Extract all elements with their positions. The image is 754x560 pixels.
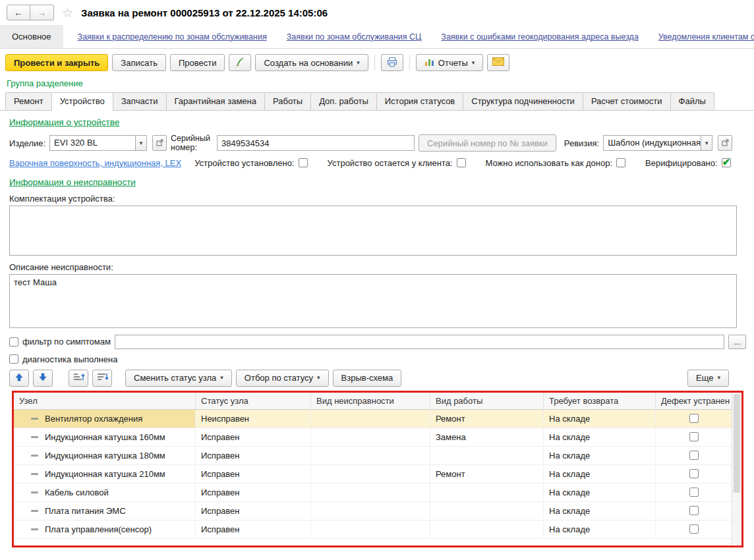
- column-header-node-status[interactable]: Статус узла: [196, 393, 311, 409]
- donor-checkbox[interactable]: [616, 158, 625, 167]
- symptom-filter-label: фильтр по симптомам: [22, 337, 111, 347]
- stays-with-client-check-group: Устройство остается у клиента:: [328, 158, 466, 168]
- scrollbar-thumb[interactable]: [734, 394, 740, 493]
- tab-status-history[interactable]: История статусов: [376, 92, 464, 110]
- node-cell: Вентилятор охлаждения: [14, 410, 196, 428]
- product-combobox[interactable]: EVI 320 BL ▾: [49, 135, 147, 151]
- return-cell: На складе: [544, 502, 656, 520]
- revision-combobox[interactable]: Шаблон (индукционная ▾: [603, 135, 712, 151]
- serial-by-request-button[interactable]: Серийный номер по № заявки: [419, 134, 556, 152]
- status-cell: Исправен: [196, 447, 311, 464]
- device-info-heading[interactable]: Информация о устройстве: [9, 117, 119, 127]
- table-row[interactable]: Индукционная катушка 180мм Исправен На с…: [14, 447, 732, 465]
- nav-link-service-zones[interactable]: Заявки по зонам обслуживания СЦ: [287, 32, 422, 42]
- tab-warranty-replacement[interactable]: Гарантийная замена: [166, 92, 265, 110]
- sort-descending-icon: [97, 372, 108, 383]
- diagnostics-checkbox[interactable]: [9, 354, 18, 364]
- table-row[interactable]: Индукционная катушка 160мм Исправен Заме…: [14, 428, 732, 447]
- device-flags-row: Варочная поверхность, индукционная, LEX …: [9, 158, 746, 168]
- column-header-return-required[interactable]: Требует возврата: [544, 393, 656, 409]
- check-fill-button[interactable]: [229, 54, 251, 71]
- table-row[interactable]: Кабель силовой Исправен На складе: [14, 484, 732, 502]
- sort-ascending-button[interactable]: [69, 370, 88, 387]
- back-button[interactable]: ←: [7, 5, 30, 20]
- status-cell: Исправен: [196, 520, 311, 538]
- device-fields-row: Изделие: EVI 320 BL ▾ Серийный номер: Се…: [9, 134, 746, 153]
- return-cell: На складе: [544, 520, 656, 538]
- mail-button[interactable]: [487, 54, 509, 71]
- reports-button[interactable]: Отчеты ▾: [416, 54, 483, 71]
- defect-fixed-checkbox[interactable]: [689, 451, 699, 460]
- table-row[interactable]: Вентилятор охлаждения Неисправен Ремонт …: [14, 410, 732, 428]
- defect-fixed-checkbox[interactable]: [689, 524, 699, 534]
- nav-item-main[interactable]: Основное: [0, 25, 63, 48]
- installed-checkbox[interactable]: [299, 158, 308, 167]
- tab-additional-works[interactable]: Доп. работы: [310, 92, 377, 110]
- nav-link-client-notifications[interactable]: Уведомления клиентам о и: [658, 32, 754, 42]
- device-type-link[interactable]: Варочная поверхность, индукционная, LEX: [9, 158, 181, 168]
- defect-fixed-checkbox[interactable]: [689, 488, 699, 497]
- product-label: Изделие:: [9, 138, 45, 148]
- defect-fixed-checkbox[interactable]: [689, 432, 699, 441]
- serial-input[interactable]: [217, 135, 415, 151]
- chevron-down-icon[interactable]: ▾: [701, 135, 712, 151]
- group-separation-link[interactable]: Группа разделение: [0, 76, 90, 91]
- post-button[interactable]: Провести: [170, 54, 225, 71]
- change-node-status-button[interactable]: Сменить статус узла ▾: [125, 370, 232, 387]
- arrow-up-icon: [15, 373, 23, 383]
- more-button[interactable]: Еще ▾: [687, 370, 729, 387]
- save-button[interactable]: Записать: [112, 54, 166, 71]
- explosion-diagram-button[interactable]: Взрыв-схема: [333, 370, 402, 387]
- product-open-button[interactable]: [152, 135, 167, 151]
- tab-device[interactable]: Устройство: [51, 92, 113, 111]
- fault-info-heading[interactable]: Информация о неисправности: [9, 177, 136, 187]
- return-cell: На складе: [544, 410, 656, 428]
- fault-description-textarea[interactable]: тест Маша: [9, 274, 737, 328]
- table-row[interactable]: Индукционная катушка 210мм Исправен Ремо…: [14, 465, 732, 484]
- column-header-node[interactable]: Узел: [14, 393, 196, 409]
- column-header-defect-fixed[interactable]: Дефект устранен: [656, 393, 732, 409]
- favorite-star-icon[interactable]: ☆: [62, 7, 73, 19]
- tab-files[interactable]: Файлы: [670, 92, 714, 110]
- tab-subordination-structure[interactable]: Структура подчиненности: [463, 92, 583, 110]
- nodes-table-header: Узел Статус узла Вид неисправности Вид р…: [14, 393, 732, 410]
- defect-fixed-checkbox[interactable]: [689, 414, 699, 423]
- level-dash-icon: [31, 436, 38, 438]
- tab-repair[interactable]: Ремонт: [5, 92, 52, 110]
- create-based-on-button[interactable]: Создать на основании ▾: [255, 54, 368, 71]
- chevron-down-icon[interactable]: ▾: [135, 135, 147, 151]
- stays-with-client-checkbox[interactable]: [457, 158, 466, 167]
- sort-descending-button[interactable]: [92, 370, 112, 387]
- move-up-button[interactable]: [9, 370, 29, 387]
- history-nav: ← →: [7, 5, 54, 20]
- table-row[interactable]: Плата питания ЭМС Исправен На складе: [14, 502, 732, 520]
- revision-open-button[interactable]: [718, 135, 732, 151]
- table-row[interactable]: Плата управления(сенсор) Исправен На скл…: [14, 520, 732, 539]
- nav-link-geocoding-errors[interactable]: Заявки с ошибками геокодирования адреса …: [441, 32, 639, 42]
- bar-chart-icon: [424, 57, 434, 69]
- symptom-filter-ellipsis-button[interactable]: ...: [728, 335, 746, 349]
- verified-checkbox[interactable]: [722, 158, 731, 167]
- equipment-label: Комплектация устройства:: [9, 194, 746, 204]
- filter-by-status-button[interactable]: Отбор по статусу ▾: [236, 370, 329, 387]
- equipment-textarea[interactable]: [9, 206, 737, 256]
- tab-spare-parts[interactable]: Запчасти: [113, 92, 167, 110]
- column-header-fault-type[interactable]: Вид неисправности: [311, 393, 430, 409]
- level-dash-icon: [31, 418, 38, 420]
- tab-works[interactable]: Работы: [264, 92, 311, 110]
- forward-button[interactable]: →: [30, 5, 54, 20]
- diagnostics-row: диагностика выполнена: [9, 354, 746, 364]
- tab-cost-calculation[interactable]: Расчет стоимости: [583, 92, 671, 110]
- print-button[interactable]: [381, 54, 403, 71]
- defect-fixed-checkbox[interactable]: [689, 506, 699, 515]
- symptom-filter-checkbox[interactable]: [9, 337, 18, 347]
- nav-link-distribution-zones[interactable]: Заявки к распределению по зонам обслужив…: [78, 32, 267, 42]
- column-header-work-type[interactable]: Вид работы: [430, 393, 544, 409]
- defect-fixed-checkbox[interactable]: [689, 469, 699, 478]
- post-and-close-button[interactable]: Провести и закрыть: [5, 54, 108, 71]
- move-down-button[interactable]: [33, 370, 53, 387]
- work-cell: Ремонт: [430, 465, 544, 483]
- fault-cell: [311, 410, 430, 428]
- table-scrollbar[interactable]: [732, 393, 741, 546]
- symptom-filter-input[interactable]: [115, 335, 724, 349]
